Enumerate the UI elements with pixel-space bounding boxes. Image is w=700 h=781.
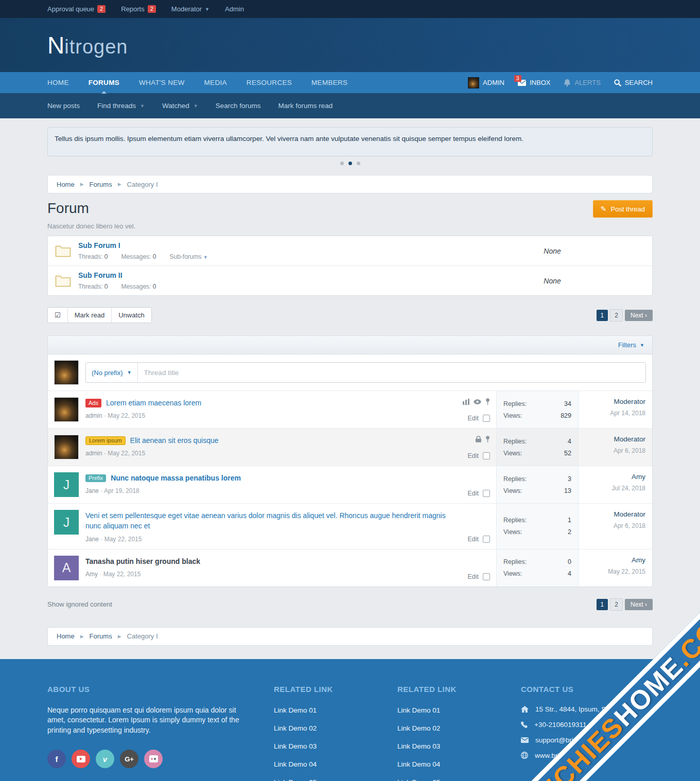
admin-link[interactable]: Admin xyxy=(225,5,244,13)
edit-link[interactable]: Edit xyxy=(467,536,479,543)
last-post-user[interactable]: Moderator xyxy=(585,510,645,518)
edit-link[interactable]: Edit xyxy=(467,490,479,497)
watched-menu[interactable]: Watched▼ xyxy=(162,102,198,110)
edit-link[interactable]: Edit xyxy=(467,452,479,459)
last-post-user[interactable]: Moderator xyxy=(585,398,645,405)
facebook-icon[interactable]: f xyxy=(47,750,66,768)
thread-title-link[interactable]: Tanasha putin hiser ground black xyxy=(85,556,200,566)
carousel-dot-active[interactable] xyxy=(348,162,352,165)
thread-checkbox[interactable] xyxy=(483,452,490,459)
breadcrumb-home[interactable]: Home xyxy=(57,181,75,188)
contact-website-link[interactable]: www.brivium.com xyxy=(535,752,589,759)
thread-checkbox[interactable] xyxy=(483,490,490,497)
thread-start-date: May 22, 2015 xyxy=(108,450,145,457)
breadcrumb-forums[interactable]: Forums xyxy=(90,632,112,640)
search-button[interactable]: SEARCH xyxy=(614,79,653,86)
footer-link[interactable]: Link Demo 01 xyxy=(274,706,317,714)
avatar[interactable]: J xyxy=(54,472,79,497)
avatar[interactable] xyxy=(54,360,79,385)
reports-link[interactable]: Reports2 xyxy=(121,5,156,13)
thread-author-link[interactable]: Jane xyxy=(85,536,99,543)
search-forums-link[interactable]: Search forums xyxy=(216,102,261,110)
carousel-dot[interactable] xyxy=(340,162,344,165)
breadcrumb-forums[interactable]: Forums xyxy=(90,181,112,188)
alerts-menu[interactable]: ALERTS xyxy=(564,79,600,86)
contact-email-link[interactable]: support@brivium.com xyxy=(535,736,603,744)
youtube-icon[interactable] xyxy=(72,750,90,768)
mark-forums-read-link[interactable]: Mark forums read xyxy=(278,102,333,110)
vimeo-icon[interactable]: v xyxy=(96,750,114,768)
tab-home[interactable]: HOME xyxy=(47,72,69,93)
thread-author-link[interactable]: admin xyxy=(85,412,102,419)
footer-link[interactable]: Link Demo 02 xyxy=(397,724,440,732)
edit-link[interactable]: Edit xyxy=(467,573,479,580)
footer-link[interactable]: Link Demo 01 xyxy=(397,706,440,714)
footer-link[interactable]: Link Demo 05 xyxy=(274,778,317,781)
find-threads-menu[interactable]: Find threads▼ xyxy=(97,102,145,110)
show-ignored-content-link[interactable]: Show ignored content xyxy=(47,600,112,608)
thread-title-input[interactable] xyxy=(138,363,645,382)
approval-queue-link[interactable]: Approval queue2 xyxy=(47,5,106,13)
site-logo[interactable]: Nitrogen xyxy=(47,31,128,59)
page-2[interactable]: 2 xyxy=(610,309,623,322)
mark-read-button[interactable]: Mark read xyxy=(67,308,112,323)
thread-label-prefix[interactable]: Lorem ipsum xyxy=(85,436,126,445)
new-posts-link[interactable]: New posts xyxy=(47,102,80,110)
tab-resources[interactable]: RESOURCES xyxy=(247,72,292,93)
tab-media[interactable]: MEDIA xyxy=(204,72,227,93)
footer-link[interactable]: Link Demo 02 xyxy=(274,724,317,732)
thread-checkbox[interactable] xyxy=(483,536,490,543)
thread-title-link[interactable]: Elit aenean sit eros quisque xyxy=(130,435,219,446)
breadcrumb-home[interactable]: Home xyxy=(57,632,75,640)
tab-forums[interactable]: FORUMS xyxy=(89,72,119,93)
page-2[interactable]: 2 xyxy=(610,598,623,611)
avatar[interactable] xyxy=(54,435,79,459)
page-1[interactable]: 1 xyxy=(597,599,608,610)
thread-checkbox[interactable] xyxy=(483,573,490,580)
footer-link[interactable]: Link Demo 04 xyxy=(397,760,440,768)
footer-link[interactable]: Link Demo 03 xyxy=(274,742,317,750)
page-title: Forum xyxy=(47,200,89,217)
thread-title-link[interactable]: Lorem etiam maecenas lorem xyxy=(106,398,201,408)
thread-author-link[interactable]: admin xyxy=(85,450,102,457)
filters-menu[interactable]: Filters▼ xyxy=(618,341,644,349)
unwatch-button[interactable]: Unwatch xyxy=(111,308,151,323)
account-menu[interactable]: ADMIN xyxy=(468,77,504,88)
chevron-down-icon: ▼ xyxy=(127,370,132,375)
page-1[interactable]: 1 xyxy=(597,310,608,321)
thread-author-link[interactable]: Amy xyxy=(85,571,98,578)
subforums-dropdown[interactable]: Sub-forums ▼ xyxy=(169,253,207,260)
thread-title-link[interactable]: Nunc natoque massa penatibus lorem xyxy=(111,473,241,483)
thread-title-link[interactable]: Veni et sem pellentesque eget vitae aene… xyxy=(85,510,461,531)
subforum-link[interactable]: Sub Forum I xyxy=(78,241,511,250)
avatar[interactable]: A xyxy=(54,556,79,580)
prefix-select[interactable]: (No prefix) ▼ xyxy=(86,363,138,382)
avatar[interactable] xyxy=(54,397,79,422)
last-post-user[interactable]: Amy xyxy=(585,473,645,481)
carousel-dot[interactable] xyxy=(357,162,360,165)
post-thread-button[interactable]: ✎ Post thread xyxy=(593,200,653,218)
select-all-checkbox-button[interactable]: ☑ xyxy=(48,308,67,323)
inbox-menu[interactable]: 3 INBOX xyxy=(518,79,550,86)
moderation-buttons: ☑ Mark read Unwatch xyxy=(47,307,152,323)
edit-link[interactable]: Edit xyxy=(467,415,479,422)
thread-checkbox[interactable] xyxy=(483,415,490,422)
tab-members[interactable]: MEMBERS xyxy=(311,72,347,93)
last-post-user[interactable]: Moderator xyxy=(585,435,645,443)
carousel-dots xyxy=(47,162,653,165)
footer-link[interactable]: Link Demo 03 xyxy=(397,742,440,750)
google-plus-icon[interactable]: G+ xyxy=(120,750,138,768)
flickr-icon[interactable] xyxy=(144,750,163,768)
footer-link[interactable]: Link Demo 04 xyxy=(274,760,317,768)
moderator-menu[interactable]: Moderator▼ xyxy=(171,5,209,13)
thread-label-ads[interactable]: Ads xyxy=(85,399,101,407)
subforum-link[interactable]: Sub Forum II xyxy=(78,271,511,279)
last-post-user[interactable]: Amy xyxy=(585,556,645,564)
avatar[interactable]: J xyxy=(54,510,79,535)
thread-author-link[interactable]: Jane xyxy=(85,487,99,494)
tab-whats-new[interactable]: WHAT'S NEW xyxy=(139,72,185,93)
thread-label-prefix[interactable]: Prefix xyxy=(85,474,106,482)
next-page-button[interactable]: Next › xyxy=(625,310,653,321)
footer-link[interactable]: Link Demo 05 xyxy=(397,778,440,781)
next-page-button[interactable]: Next › xyxy=(625,599,653,610)
